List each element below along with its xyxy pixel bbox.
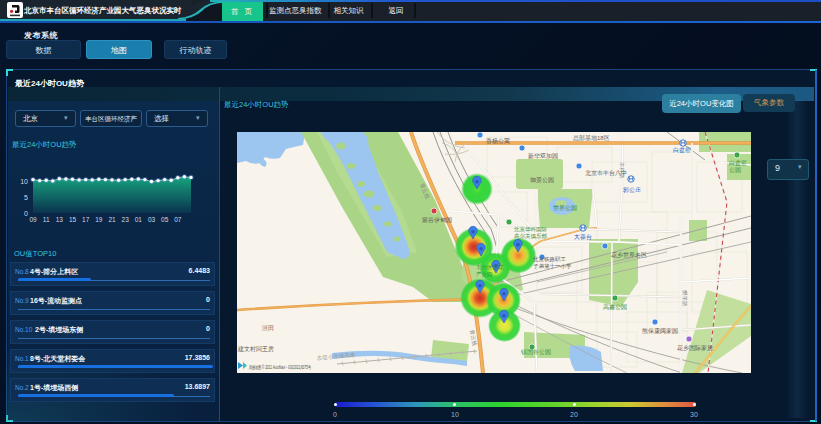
svg-text:大葆台: 大葆台 [574,233,592,241]
svg-text:11: 11 [43,216,50,223]
svg-text:白盆窑: 白盆窑 [673,146,691,154]
svg-text:产业园: 产业园 [476,271,493,278]
svg-text:09: 09 [29,216,37,223]
svg-text:03: 03 [148,216,156,223]
svg-text:紫谷伊甸园: 紫谷伊甸园 [421,216,452,224]
svg-text:香杨公寓: 香杨公寓 [486,137,510,145]
svg-text:公园: 公园 [729,167,741,174]
svg-text:07: 07 [174,216,182,223]
svg-text:花乡世界名区: 花乡世界名区 [611,251,647,259]
svg-text:高德地图 © 2021 AutoNavi - GS(2021: 高德地图 © 2021 AutoNavi - GS(2021)6375号 [249,364,311,371]
svg-text:子弟第十一小学: 子弟第十一小学 [533,263,572,269]
svg-text:10: 10 [20,178,28,185]
svg-text:丰台区梨花: 丰台区梨花 [476,264,504,271]
svg-text:北京华科国际: 北京华科国际 [513,226,548,233]
svg-text:总部基地18区: 总部基地18区 [572,134,610,142]
svg-text:15: 15 [69,216,77,223]
svg-text:熊保康阔家园: 熊保康阔家园 [642,327,678,335]
svg-text:13: 13 [56,216,64,223]
svg-text:23: 23 [122,216,130,223]
svg-text:郭公庄: 郭公庄 [622,186,641,194]
svg-text:樊羊路: 樊羊路 [682,290,688,307]
svg-text:北京铁路职工: 北京铁路职工 [532,256,567,263]
svg-text:世界公园: 世界公园 [553,205,577,212]
svg-text:新华双加园: 新华双加园 [528,152,558,160]
svg-text:5: 5 [24,194,28,201]
svg-text:17: 17 [82,216,90,223]
svg-text:0: 0 [24,210,28,217]
svg-text:19: 19 [95,216,103,223]
svg-text:建文村回王房: 建文村回王房 [237,345,274,353]
svg-text:丰科路: 丰科路 [619,162,625,179]
svg-text:高鑫公园: 高鑫公园 [603,303,627,311]
svg-text:白盆窑: 白盆窑 [729,159,747,167]
svg-text:御景公园: 御景公园 [530,177,554,184]
svg-text:21: 21 [108,216,116,223]
svg-text:花乡国际家居: 花乡国际家居 [677,344,713,352]
svg-text:洹田: 洹田 [262,325,274,332]
svg-text:高尔夫俱乐部: 高尔夫俱乐部 [514,233,548,240]
svg-text:05: 05 [161,216,169,223]
svg-text:镇国寺公园: 镇国寺公园 [520,349,551,356]
svg-text:01: 01 [135,216,143,223]
